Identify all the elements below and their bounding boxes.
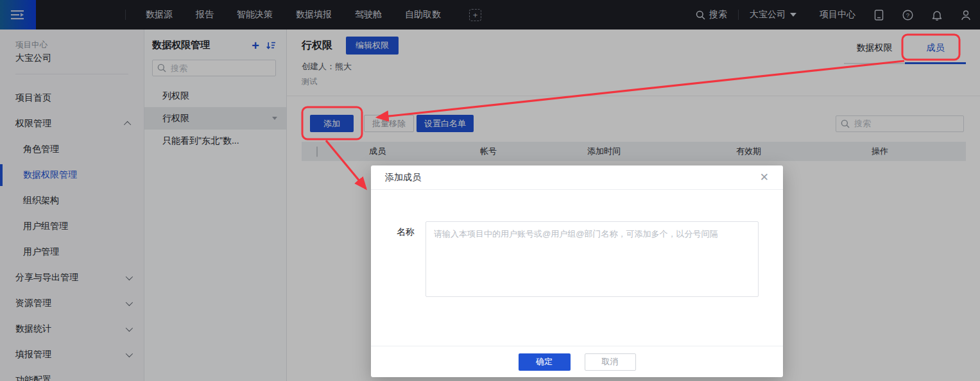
modal-title: 添加成员	[385, 172, 421, 183]
app-screen: 数据源 报告 智能决策 数据填报 驾驶舱 自助取数 + 搜索 大宝公司 项目中心	[0, 0, 980, 381]
member-name-textarea[interactable]	[426, 221, 759, 297]
confirm-button[interactable]: 确定	[519, 353, 571, 371]
add-member-modal: 添加成员 ✕ 名称 确定 取消	[371, 165, 783, 377]
name-field-label: 名称	[397, 226, 415, 238]
close-icon[interactable]: ✕	[760, 172, 769, 183]
cancel-button[interactable]: 取消	[585, 353, 636, 371]
